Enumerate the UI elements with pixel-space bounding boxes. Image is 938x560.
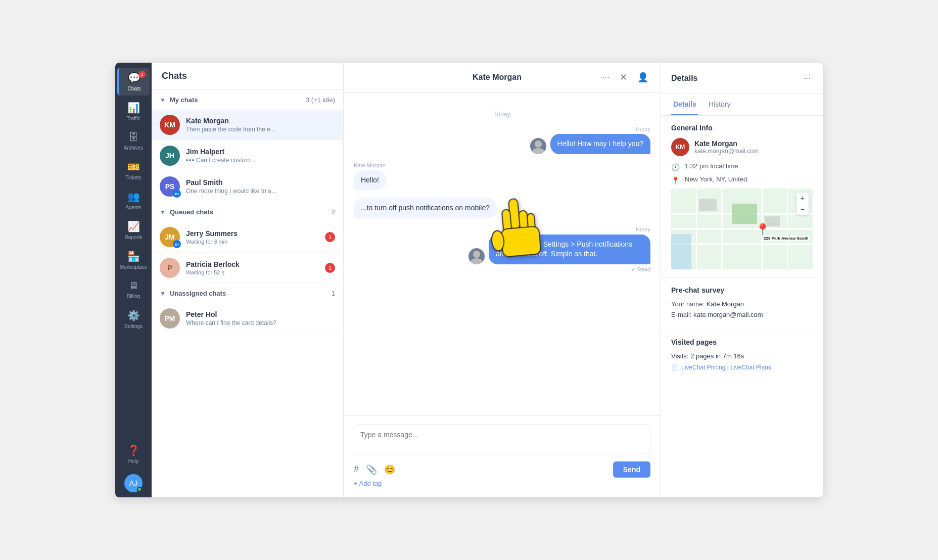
read-receipt: ✓ Read [354,266,650,273]
queued-chats-section-header[interactable]: ▼ Queued chats 2 [152,202,343,222]
reports-icon: 📈 [127,220,140,232]
pre-chat-survey-title: Pre-chat survey [671,286,813,294]
chat-info-paul: Paul Smith One more thing I would like t… [186,178,335,195]
nav-item-reports[interactable]: 📈 Reports [117,216,150,244]
chat-preview-paul: One more thing I would like to a... [186,188,335,195]
hashtag-icon[interactable]: # [354,464,359,475]
svg-point-1 [532,148,544,154]
map-zoom-out[interactable]: − [796,204,809,215]
traffic-icon: 📊 [127,102,140,114]
nav-item-help[interactable]: ❓ Help [117,440,150,468]
map-zoom-controls: + − [796,193,809,215]
nav-label-marketplace: Marketplace [120,264,147,270]
sender-name-kate-1: Kate Morgan [354,162,650,168]
nav-label-tickets: Tickets [125,175,141,180]
sidebar-content: ▼ My chats 3 (+1 idle) KM Kate Morgan Th… [152,90,343,497]
map-pin: 📍 [755,223,770,237]
attachment-icon[interactable]: 📎 [366,464,377,475]
nav-label-billing: Billing [127,294,140,299]
detail-email: kate.morgan@mail.com [694,148,759,155]
chat-info-peter: Peter Hol Where can I fine the card deta… [186,310,335,326]
left-nav: 💬 Chats 1 📊 Traffic 🗄 Archives 🎫 Tickets… [115,63,152,497]
clock-icon: 🕐 [671,163,680,171]
chat-item-peter[interactable]: PM Peter Hol Where can I fine the card d… [152,303,343,334]
chat-header-actions: ··· ✕ 👤 [600,70,650,85]
nav-item-traffic[interactable]: 📊 Traffic [117,98,150,125]
send-button[interactable]: Send [613,461,650,478]
unassigned-chats-chevron: ▼ [160,290,166,297]
map-zoom-in[interactable]: + [796,193,809,204]
detail-name: Kate Morgan [694,139,759,148]
nav-item-billing[interactable]: 🖥 Billing [117,276,150,303]
details-panel: Details ··· Details History General Info… [661,63,823,497]
details-header: Details ··· [661,63,823,94]
avatar-paul: PS m [160,176,180,197]
user-avatar[interactable]: AJ [124,474,143,492]
main-chat: Kate Morgan ··· ✕ 👤 Today Henry Hello! H… [344,63,661,497]
chat-preview-kate: Then paste the code from the e... [186,126,335,133]
close-chat-button[interactable]: ✕ [618,70,629,85]
map-label: 228 Park Avenue South [762,236,810,241]
message-bubble-1: Hello! How may I help you? [550,134,650,154]
nav-item-tickets[interactable]: 🎫 Tickets [117,157,150,184]
nav-item-settings[interactable]: ⚙️ Settings [117,305,150,333]
visited-pages-section: Visited pages Visits: 2 pages in 7m 16s … [661,330,823,379]
chat-info-kate: Kate Morgan Then paste the code from the… [186,117,335,133]
chat-info-patricia: Patricia Berlock Waiting for 52 s [186,260,325,275]
tab-history[interactable]: History [707,94,733,115]
nav-label-chats: Chats [127,86,140,91]
chat-item-jerry[interactable]: JM m Jerry Summers Waiting for 3 min 1 [152,222,343,253]
chat-item-jim[interactable]: JH Jim Halpert Can I create custom... [152,141,343,171]
message-bubble-2: Hello! [354,170,386,191]
message-row-1: Hello! How may I help you? [354,134,650,154]
more-options-button[interactable]: ··· [600,70,612,85]
chat-item-patricia[interactable]: P Patricia Berlock Waiting for 52 s 1 [152,253,343,284]
chat-badge-jerry: 1 [325,232,335,242]
survey-email-value: kate.morgan@mail.com [693,311,763,318]
chat-name-peter: Peter Hol [186,310,335,318]
detail-location: New York, NY, United [685,175,747,183]
tab-details[interactable]: Details [671,94,698,115]
my-chats-count: 3 (+1 idle) [306,96,335,104]
chat-name-jerry: Jerry Summers [186,229,325,238]
emoji-icon[interactable]: 😊 [384,464,395,475]
svg-rect-18 [671,234,691,269]
unassigned-chats-count: 1 [332,290,335,297]
user-profile-button[interactable]: 👤 [635,70,650,85]
sidebar: Chats ▼ My chats 3 (+1 idle) KM Kate Mor… [152,63,344,497]
avatar-jim: JH [160,146,180,166]
unassigned-chats-section-header[interactable]: ▼ Unassigned chats 1 [152,284,343,303]
general-info-section: General Info KM Kate Morgan kate.morgan@… [661,116,823,278]
nav-item-chats[interactable]: 💬 Chats 1 [117,68,150,96]
nav-item-archives[interactable]: 🗄 Archives [117,127,150,155]
page-link[interactable]: 📄 LiveChat Pricing | LiveChat Plans [671,364,813,371]
svg-point-2 [473,251,480,258]
general-info-title: General Info [671,124,813,132]
chat-input-toolbar: # 📎 😊 Send [354,461,650,478]
typing-dots [186,159,194,161]
my-chats-section-header[interactable]: ▼ My chats 3 (+1 idle) [152,90,343,110]
chat-name-paul: Paul Smith [186,178,335,186]
detail-user-info: Kate Morgan kate.morgan@mail.com [694,139,759,155]
my-chats-chevron: ▼ [160,97,166,104]
nav-item-agents[interactable]: 👥 Agents [117,186,150,214]
chat-contact-name: Kate Morgan [394,73,600,82]
sidebar-header: Chats [152,63,343,90]
chat-item-paul[interactable]: PS m Paul Smith One more thing I would l… [152,171,343,202]
marketplace-icon: 🏪 [127,250,140,262]
nav-item-marketplace[interactable]: 🏪 Marketplace [117,246,150,274]
chat-wait-jerry: Waiting for 3 min [186,239,325,245]
svg-point-0 [535,141,542,148]
chat-item-kate[interactable]: KM Kate Morgan Then paste the code from … [152,110,343,141]
message-input[interactable] [354,424,650,454]
chat-name-kate: Kate Morgan [186,117,335,125]
nav-label-help: Help [128,458,139,464]
message-bubble-4: Go to Profile > Settings > Push notifica… [489,235,650,264]
add-tag-button[interactable]: + Add tag [354,478,650,489]
details-more-button[interactable]: ··· [801,71,813,85]
queued-chats-count: 2 [332,208,335,216]
message-row-2: Hello! [354,170,650,191]
agent-avatar-henry [530,138,546,154]
chat-preview-peter: Where can I fine the card details? [186,319,335,326]
survey-name-value: Kate Morgan [707,300,744,308]
